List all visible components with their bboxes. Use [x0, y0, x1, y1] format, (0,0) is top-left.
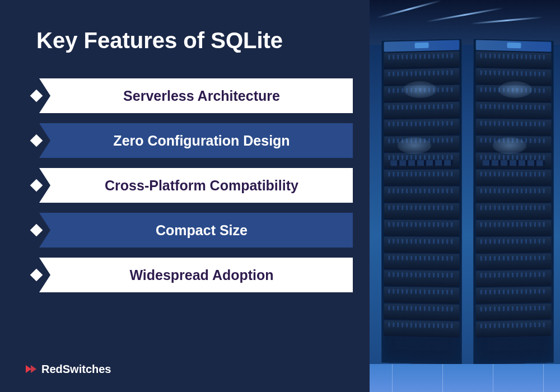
- features-list: Serverless Architecture Zero Configurati…: [22, 78, 353, 292]
- redswitches-logo-icon: [24, 362, 38, 376]
- content-panel: Key Features of SQLite Serverless Archit…: [0, 0, 370, 392]
- feature-label: Compact Size: [156, 222, 248, 239]
- feature-label: Cross-Platform Compatibility: [105, 178, 298, 194]
- feature-label: Zero Configuration Design: [113, 133, 290, 149]
- feature-bar: Compact Size: [39, 213, 353, 248]
- feature-item-3: Cross-Platform Compatibility: [22, 168, 353, 203]
- brand-logo: RedSwitches: [24, 362, 111, 376]
- feature-bar: Widespread Adoption: [39, 258, 353, 292]
- feature-bar: Serverless Architecture: [39, 78, 353, 113]
- server-room-image: [370, 0, 560, 392]
- page-title: Key Features of SQLite: [36, 28, 353, 53]
- brand-name: RedSwitches: [41, 363, 111, 376]
- infographic-container: Key Features of SQLite Serverless Archit…: [0, 0, 560, 392]
- diamond-bullet-icon: [22, 213, 50, 248]
- feature-item-5: Widespread Adoption: [22, 258, 353, 292]
- diamond-bullet-icon: [22, 78, 50, 113]
- feature-label: Serverless Architecture: [123, 88, 280, 104]
- diamond-bullet-icon: [22, 258, 50, 292]
- feature-item-2: Zero Configuration Design: [22, 123, 353, 158]
- feature-label: Widespread Adoption: [129, 267, 273, 283]
- feature-bar: Zero Configuration Design: [39, 123, 353, 158]
- feature-bar: Cross-Platform Compatibility: [39, 168, 353, 203]
- feature-item-1: Serverless Architecture: [22, 78, 353, 113]
- diamond-bullet-icon: [22, 168, 50, 203]
- feature-item-4: Compact Size: [22, 213, 353, 248]
- diamond-bullet-icon: [22, 123, 50, 158]
